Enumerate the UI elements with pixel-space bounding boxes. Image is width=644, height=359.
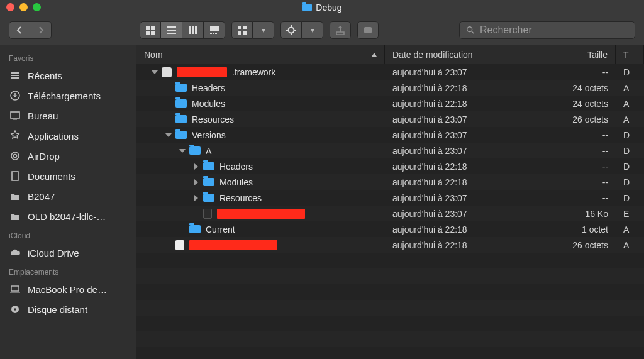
date-modified: aujourd'hui à 23:07 <box>392 193 467 203</box>
svg-point-33 <box>11 152 19 160</box>
sidebar-item[interactable]: Applications <box>0 126 136 146</box>
sidebar-item-label: iCloud Drive <box>28 248 79 258</box>
window-title-text: Debug <box>316 3 341 13</box>
date-modified: aujourd'hui à 23:07 <box>392 209 467 219</box>
svg-rect-37 <box>10 292 20 293</box>
sidebar-section-header: Favoris <box>0 49 136 65</box>
file-size: 26 octets <box>572 114 608 124</box>
folder-icon <box>9 210 21 223</box>
back-button[interactable] <box>9 21 30 39</box>
arrange-menu-button[interactable]: ▾ <box>253 21 274 39</box>
folder-icon <box>203 162 214 170</box>
disclosure-triangle-open-icon[interactable] <box>179 149 186 153</box>
sidebar-item[interactable]: iCloud Drive <box>0 243 136 263</box>
tags-button[interactable] <box>357 21 379 39</box>
folder-icon <box>175 84 187 92</box>
svg-rect-28 <box>11 75 19 76</box>
date-modified: aujourd'hui à 22:18 <box>392 240 467 250</box>
table-row[interactable]: Resourcesaujourd'hui à 23:07--D <box>136 190 644 206</box>
column-view-button[interactable] <box>182 21 204 39</box>
column-size[interactable]: Taille <box>540 45 616 64</box>
action-segmented: ▾ <box>280 21 323 39</box>
table-row[interactable]: .frameworkaujourd'hui à 23:07--D <box>136 64 644 80</box>
table-row[interactable]: Modulesaujourd'hui à 22:18--D <box>136 174 644 190</box>
forward-button[interactable] <box>30 21 52 39</box>
disclosure-triangle-closed-icon[interactable] <box>194 195 198 201</box>
table-row[interactable]: Headersaujourd'hui à 22:18--D <box>136 158 644 174</box>
svg-rect-12 <box>213 33 214 34</box>
sidebar-item-label: MacBook Pro de… <box>28 284 107 295</box>
sidebar-item[interactable]: MacBook Pro de… <box>0 279 136 299</box>
date-modified: aujourd'hui à 23:07 <box>392 146 467 156</box>
svg-rect-4 <box>167 26 176 28</box>
folder-icon <box>189 225 201 233</box>
sidebar-item-label: OLD b2047-ldlc-… <box>28 211 106 222</box>
gallery-view-button[interactable] <box>204 21 225 39</box>
file-name: Resources <box>192 114 234 124</box>
sidebar-item[interactable]: Bureau <box>0 106 136 126</box>
desktop-icon <box>9 109 21 122</box>
file-kind: D <box>623 193 630 203</box>
window-title: Debug <box>302 3 341 13</box>
svg-rect-8 <box>192 26 194 34</box>
svg-rect-0 <box>146 26 150 30</box>
redacted-name <box>217 209 305 219</box>
column-date[interactable]: Date de modification <box>385 45 540 64</box>
table-row[interactable]: Aaujourd'hui à 23:07--D <box>136 143 644 158</box>
sidebar-item[interactable]: B2047 <box>0 186 136 206</box>
action-button[interactable] <box>280 21 302 39</box>
file-size: 26 octets <box>572 240 608 250</box>
close-button[interactable] <box>6 3 14 11</box>
column-name[interactable]: Nom <box>136 45 385 64</box>
view-mode-segmented <box>140 21 225 39</box>
sort-ascending-icon <box>372 53 377 57</box>
icon-view-button[interactable] <box>140 21 161 39</box>
disclosure-triangle-closed-icon[interactable] <box>194 163 198 170</box>
file-kind: D <box>623 146 630 156</box>
sidebar-item[interactable]: AirDrop <box>0 146 136 166</box>
framework-icon <box>162 67 172 77</box>
svg-rect-31 <box>11 112 19 118</box>
file-icon <box>175 240 184 250</box>
folder-icon <box>203 178 214 186</box>
column-kind[interactable]: T <box>616 45 644 64</box>
share-button[interactable] <box>330 21 351 39</box>
sidebar-section-header: Emplacements <box>0 263 136 279</box>
svg-rect-20 <box>291 33 292 35</box>
disclosure-triangle-closed-icon[interactable] <box>194 179 198 185</box>
sidebar-item[interactable]: Téléchargements <box>0 86 136 106</box>
svg-rect-23 <box>336 32 344 35</box>
sidebar-item[interactable]: Documents <box>0 166 136 186</box>
file-kind: A <box>623 240 629 250</box>
arrange-button[interactable] <box>231 21 253 39</box>
cloud-icon <box>9 246 21 259</box>
table-row[interactable]: aujourd'hui à 22:1826 octetsA <box>136 237 644 253</box>
disclosure-triangle-open-icon[interactable] <box>152 70 158 74</box>
file-size: -- <box>602 193 608 203</box>
date-modified: aujourd'hui à 22:18 <box>392 177 467 187</box>
sidebar-item-label: Disque distant <box>28 304 87 315</box>
list-view-button[interactable] <box>161 21 182 39</box>
search-field[interactable]: Rechercher <box>459 21 635 39</box>
table-row[interactable]: Currentaujourd'hui à 22:181 octetA <box>136 221 644 237</box>
fullscreen-button[interactable] <box>33 3 41 11</box>
table-row[interactable]: aujourd'hui à 23:0716 KoE <box>136 206 644 221</box>
disclosure-triangle-open-icon[interactable] <box>165 133 172 137</box>
date-modified: aujourd'hui à 22:18 <box>392 99 467 109</box>
sidebar-item[interactable]: Disque distant <box>0 299 136 319</box>
file-kind: D <box>623 67 630 77</box>
action-menu-button[interactable]: ▾ <box>302 21 323 39</box>
sidebar-section-header: iCloud <box>0 226 136 243</box>
folder-icon <box>175 115 187 123</box>
svg-rect-17 <box>243 31 247 35</box>
minimize-button[interactable] <box>19 3 28 11</box>
file-kind: A <box>623 114 629 124</box>
svg-rect-1 <box>151 26 155 30</box>
table-row[interactable]: Modulesaujourd'hui à 22:1824 octetsA <box>136 96 644 111</box>
sidebar-item-label: Bureau <box>28 111 58 121</box>
table-row[interactable]: Headersaujourd'hui à 22:1824 octetsA <box>136 80 644 96</box>
table-row[interactable]: Resourcesaujourd'hui à 23:0726 octetsA <box>136 111 644 127</box>
table-row[interactable]: Versionsaujourd'hui à 23:07--D <box>136 127 644 143</box>
sidebar-item[interactable]: Récents <box>0 65 136 86</box>
sidebar-item[interactable]: OLD b2047-ldlc-… <box>0 206 136 226</box>
